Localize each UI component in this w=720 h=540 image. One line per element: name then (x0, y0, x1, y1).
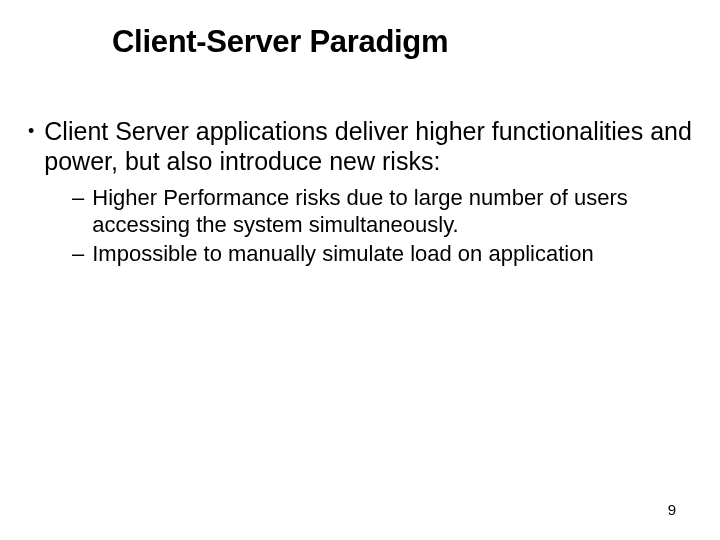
bullet-dash-icon: – (72, 184, 84, 211)
bullet-main: • Client Server applications deliver hig… (24, 116, 696, 176)
bullet-dash-icon: – (72, 240, 84, 267)
slide-title: Client-Server Paradigm (112, 24, 696, 60)
slide: Client-Server Paradigm • Client Server a… (0, 0, 720, 540)
bullet-dot-icon: • (28, 116, 34, 146)
bullet-sub-text: Impossible to manually simulate load on … (92, 240, 593, 267)
bullet-sub-text: Higher Performance risks due to large nu… (92, 184, 696, 238)
page-number: 9 (668, 501, 676, 518)
bullet-sub: – Higher Performance risks due to large … (72, 184, 696, 238)
bullet-sub: – Impossible to manually simulate load o… (72, 240, 696, 267)
sub-bullet-list: – Higher Performance risks due to large … (72, 184, 696, 267)
bullet-main-text: Client Server applications deliver highe… (44, 116, 696, 176)
